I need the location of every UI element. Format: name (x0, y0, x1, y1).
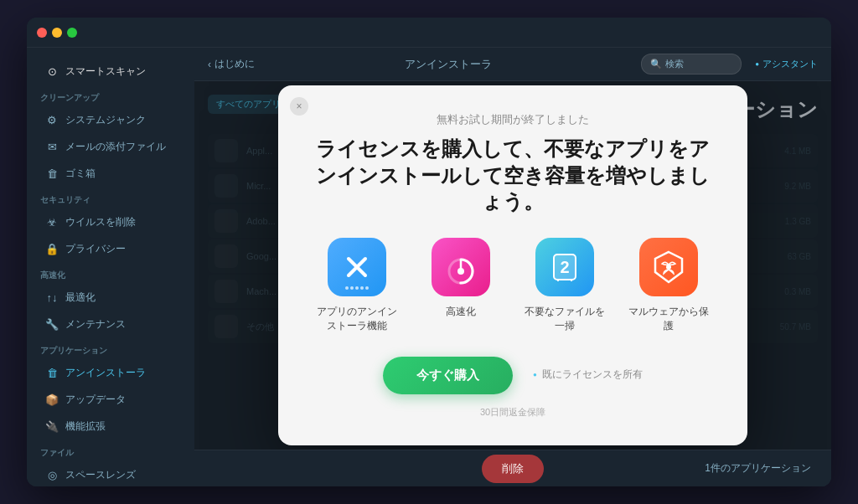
sidebar-label-optimize: 最適化 (65, 291, 96, 305)
feature-label-malware: マルウェアから保護 (627, 305, 711, 333)
section-label-apps: アプリケーション (27, 338, 194, 359)
top-nav: ‹ はじめに アンインストーラ 🔍 検索 ● アシスタント (194, 48, 831, 81)
section-label-speedup: 高速化 (27, 263, 194, 284)
sidebar-item-trash[interactable]: 🗑 ゴミ箱 (32, 161, 189, 187)
maintenance-icon: 🔧 (45, 318, 59, 332)
trial-guarantee-text: 30日間返金保障 (308, 406, 717, 419)
assistant-label: アシスタント (762, 58, 818, 70)
sidebar-item-updater[interactable]: 📦 アップデータ (32, 387, 189, 413)
sidebar-label-smart-scan: スマートスキャン (65, 64, 146, 79)
modal-close-button[interactable]: × (290, 97, 308, 116)
modal-overlay: × 無料お試し期間が終了しました ライセンスを購入して、不要なアプリをアンインス… (194, 81, 831, 450)
upgrade-modal: × 無料お試し期間が終了しました ライセンスを購入して、不要なアプリをアンインス… (278, 85, 747, 445)
shield-biohazard-icon (650, 249, 687, 285)
svg-text:2: 2 (560, 258, 569, 276)
app-window: ⊙ スマートスキャン クリーンアップ ⚙ システムジャンク ✉ メールの添付ファ… (27, 18, 831, 486)
disk-icon: 2 (547, 249, 582, 285)
feature-label-speedup: 高速化 (446, 305, 476, 319)
back-button[interactable]: ‹ はじめに (208, 57, 255, 71)
maximize-button[interactable] (67, 28, 77, 38)
sidebar-item-extensions[interactable]: 🔌 機能拡張 (32, 414, 189, 440)
sidebar-label-trash: ゴミ箱 (65, 167, 96, 181)
sidebar-label-virus: ウイルスを削除 (65, 215, 136, 229)
sidebar-label-uninstaller: アンインストーラ (65, 366, 146, 380)
x-symbol-icon (340, 250, 374, 284)
feature-speedup: 高速化 (419, 238, 503, 333)
chevron-left-icon: ‹ (208, 59, 211, 70)
sidebar-item-mail-attachments[interactable]: ✉ メールの添付ファイル (32, 134, 189, 160)
sidebar-label-system-junk: システムジャンク (65, 113, 146, 127)
app-count-label: 1件のアプリケーション (705, 461, 811, 476)
sidebar-label-space-lens: スペースレンズ (65, 468, 136, 482)
optimize-icon: ↑↓ (45, 291, 59, 305)
sidebar-item-maintenance[interactable]: 🔧 メンテナンス (32, 311, 189, 337)
privacy-icon: 🔒 (45, 243, 59, 256)
search-box[interactable]: 🔍 検索 (641, 54, 742, 75)
feature-icon-clean: 2 (535, 238, 594, 296)
section-label-security: セキュリティ (27, 188, 194, 208)
main-layout: ⊙ スマートスキャン クリーンアップ ⚙ システムジャンク ✉ メールの添付ファ… (27, 48, 831, 486)
modal-title: ライセンスを購入して、不要なアプリをアンインストールして空き容量を増やしましょう… (308, 136, 717, 214)
assistant-button[interactable]: ● アシスタント (755, 58, 818, 70)
feature-malware: マルウェアから保護 (627, 238, 711, 333)
buy-now-button[interactable]: 今すぐ購入 (383, 357, 513, 394)
section-label-cleanup: クリーンアップ (27, 85, 194, 106)
system-junk-icon: ⚙ (45, 114, 59, 127)
updater-icon: 📦 (45, 393, 59, 407)
uninstaller-icon: 🗑 (45, 367, 59, 380)
buy-row: 今すぐ購入 ● 既にライセンスを所有 (308, 357, 717, 399)
already-have-license-link[interactable]: ● 既にライセンスを所有 (533, 368, 643, 382)
title-bar (27, 18, 831, 48)
sidebar-label-updater: アップデータ (65, 393, 126, 407)
close-button[interactable] (37, 28, 47, 38)
sidebar-item-privacy[interactable]: 🔒 プライバシー (32, 236, 189, 262)
sidebar: ⊙ スマートスキャン クリーンアップ ⚙ システムジャンク ✉ メールの添付ファ… (27, 48, 194, 486)
page-content: すべてのアプリケーション 74 使用済み アップ 不審 (194, 81, 831, 450)
features-row: アプリのアンインストーラ機能 (308, 238, 717, 333)
mail-icon: ✉ (45, 141, 59, 154)
feature-label-clean: 不要なファイルを一掃 (523, 305, 607, 333)
trash-icon: 🗑 (45, 167, 59, 181)
feature-icon-speedup (432, 238, 490, 296)
bottom-bar: 削除 1件のアプリケーション (194, 450, 831, 486)
license-link-label: 既にライセンスを所有 (542, 368, 643, 382)
sidebar-label-maintenance: メンテナンス (65, 317, 126, 332)
sidebar-item-system-junk[interactable]: ⚙ システムジャンク (32, 107, 189, 133)
delete-button[interactable]: 削除 (482, 455, 544, 483)
feature-icon-malware (639, 238, 698, 296)
scan-icon: ⊙ (45, 65, 59, 79)
search-icon: 🔍 (650, 59, 662, 69)
sidebar-label-mail: メールの添付ファイル (65, 140, 166, 154)
sidebar-item-optimize[interactable]: ↑↓ 最適化 (32, 285, 189, 311)
nav-title: アンインストーラ (268, 57, 628, 72)
sidebar-label-privacy: プライバシー (65, 242, 126, 256)
minimize-button[interactable] (52, 28, 62, 38)
modal-subtitle: 無料お試し期間が終了しました (308, 112, 717, 127)
space-lens-icon: ◎ (45, 469, 59, 482)
traffic-lights (37, 28, 77, 38)
sidebar-item-virus[interactable]: ☣ ウイルスを削除 (32, 209, 189, 235)
virus-icon: ☣ (45, 216, 59, 229)
feature-icon-uninstaller (328, 238, 386, 296)
extensions-icon: 🔌 (45, 420, 59, 434)
assistant-dot-icon: ● (755, 60, 759, 68)
gauge-icon (443, 249, 478, 285)
content-area: ‹ はじめに アンインストーラ 🔍 検索 ● アシスタント (194, 48, 831, 486)
sidebar-item-uninstaller[interactable]: 🗑 アンインストーラ (32, 360, 189, 386)
feature-uninstaller: アプリのアンインストーラ機能 (315, 238, 399, 333)
sidebar-label-extensions: 機能拡張 (65, 419, 106, 434)
feature-label-uninstaller: アプリのアンインストーラ機能 (315, 305, 399, 333)
license-dot-icon: ● (533, 371, 537, 378)
search-placeholder: 検索 (665, 58, 684, 70)
feature-clean-files: 2 不要なファイルを一掃 (523, 238, 607, 333)
back-label: はじめに (214, 57, 255, 71)
sidebar-item-space-lens[interactable]: ◎ スペースレンズ (32, 462, 189, 486)
section-label-files: ファイル (27, 440, 194, 461)
sidebar-item-smart-scan[interactable]: ⊙ スマートスキャン (32, 59, 189, 85)
